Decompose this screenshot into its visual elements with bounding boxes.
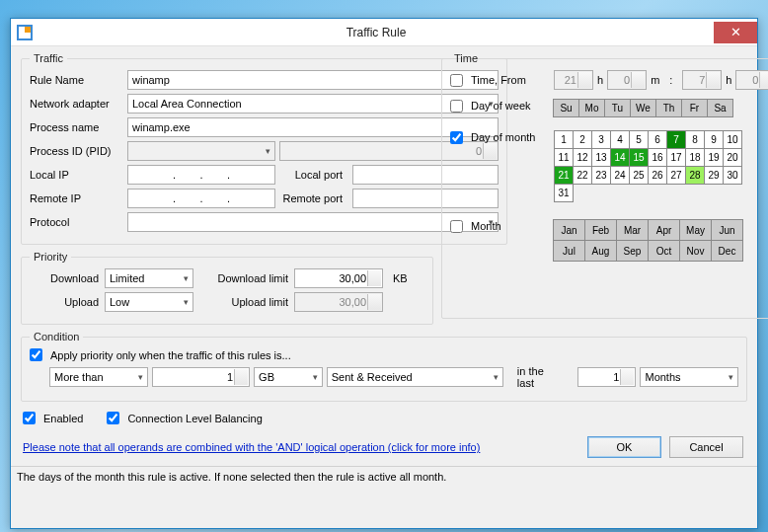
note-link[interactable]: Please note that all operands are combin… [21,435,482,459]
condition-legend: Condition [30,331,83,342]
dom-cell[interactable]: 1 [554,130,574,149]
from-h[interactable]: 21▲▼ [554,70,593,90]
month-cell[interactable]: Jan [553,219,585,241]
month-cell[interactable]: Jul [553,240,585,262]
dom-cell[interactable]: 30 [723,166,742,185]
dom-cell[interactable]: 26 [648,166,667,185]
dom-cell[interactable]: 19 [704,148,724,167]
dow-cell[interactable]: Fr [681,99,708,117]
cancel-button[interactable]: Cancel [669,436,743,458]
clb-check[interactable] [107,412,119,424]
cond-period-select[interactable]: Months [640,367,738,387]
dom-cell[interactable]: 15 [629,148,649,167]
dom-cell[interactable]: 2 [573,130,592,149]
month-cell[interactable]: Feb [584,219,617,241]
dom-cell[interactable]: 22 [573,166,592,185]
month-cell[interactable]: Jun [711,219,743,241]
dom-cell[interactable]: 6 [648,130,667,149]
local-ip-input[interactable] [127,165,275,185]
remote-ip-input[interactable] [127,189,275,208]
dow-cell[interactable]: Mo [578,99,605,117]
dow-cell[interactable]: We [630,99,656,117]
dom-cell[interactable]: 7 [666,130,686,149]
dl-select[interactable]: Limited [105,268,193,288]
dow-cell[interactable]: Sa [707,99,733,117]
dow-cell[interactable]: Su [553,99,579,117]
pid-combo[interactable] [127,141,275,161]
ul-select[interactable]: Low [105,292,193,312]
month-cell[interactable]: Sep [616,240,649,262]
dom-cell[interactable]: 16 [648,148,667,167]
dom-cell[interactable]: 21 [554,166,574,185]
month-grid: JanFebMarAprMayJunJulAugSepOctNovDec [554,220,750,262]
app-icon [11,25,38,40]
from-m[interactable]: 0▲▼ [607,70,647,90]
month-check[interactable] [450,220,463,233]
dom-cell[interactable]: 25 [629,166,649,185]
dom-cell[interactable]: 8 [685,130,705,149]
kb-label: KB [389,272,408,284]
dow-cell[interactable]: Tu [604,99,631,117]
dom-cell[interactable]: 14 [610,148,630,167]
month-label: Month [471,220,550,232]
adapter-label: Network adapter [30,98,123,110]
dom-cell[interactable]: 4 [610,130,630,149]
time-group: Time Time, From 21▲▼ h 0▲▼ m : 7▲▼ h 0▲▼… [441,52,768,319]
month-cell[interactable]: Mar [616,219,649,241]
to-m[interactable]: 0▲▼ [735,70,768,90]
in-last-label: in the last [507,365,574,389]
apply-label: Apply priority only when the traffic of … [50,349,291,361]
dom-cell[interactable]: 23 [591,166,611,185]
rule-name-label: Rule Name [30,74,123,86]
cond-op-select[interactable]: More than [49,367,148,387]
dom-grid: 1234567891011121314151617181920212223242… [555,131,753,202]
dow-check[interactable] [450,100,463,113]
cond-val-spin[interactable]: 1▲▼ [152,367,251,387]
month-cell[interactable]: Apr [648,219,680,241]
time-from-check[interactable] [450,74,463,87]
month-cell[interactable]: Dec [711,240,743,262]
ok-button[interactable]: OK [587,436,661,458]
dom-cell[interactable]: 5 [629,130,649,149]
dom-cell[interactable]: 13 [591,148,611,167]
process-label: Process name [30,121,123,133]
month-cell[interactable]: Nov [679,240,712,262]
apply-check[interactable] [30,348,42,361]
dom-cell[interactable]: 28 [685,166,705,185]
cond-dir-select[interactable]: Sent & Received [327,367,503,387]
dl-limit-spin[interactable]: 30,00▲▼ [294,268,383,288]
dow-cell[interactable]: Th [655,99,682,117]
local-port-label: Local port [279,169,348,181]
dom-cell[interactable]: 20 [723,148,742,167]
dom-cell[interactable]: 24 [610,166,630,185]
dom-cell[interactable]: 11 [554,148,574,167]
month-cell[interactable]: Oct [648,240,680,262]
time-legend: Time [450,52,482,64]
dialog-window: Traffic Rule ✕ Traffic Rule Name Network… [10,18,758,529]
enabled-check[interactable] [23,412,36,424]
ul-limit-spin[interactable]: 30,00▲▼ [294,292,383,312]
traffic-group: Traffic Rule Name Network adapter Local … [21,52,507,245]
cond-unit-select[interactable]: GB [254,367,323,387]
cond-n-spin[interactable]: 1▲▼ [577,367,637,387]
close-button[interactable]: ✕ [714,22,757,43]
to-h[interactable]: 7▲▼ [682,70,722,90]
dl-label: Download [30,272,99,284]
dom-cell[interactable]: 10 [723,130,742,149]
ul-limit-label: Upload limit [199,296,288,308]
dom-cell[interactable]: 29 [704,166,724,185]
dom-cell[interactable]: 18 [685,148,705,167]
month-cell[interactable]: May [679,219,712,241]
dow-grid: SuMoTuWeThFrSa [554,100,733,117]
dom-cell[interactable]: 31 [554,184,574,202]
dom-cell[interactable]: 17 [666,148,686,167]
dom-label: Day of month [471,131,550,143]
dom-cell[interactable]: 27 [666,166,686,185]
dom-check[interactable] [450,131,463,144]
month-cell[interactable]: Aug [584,240,617,262]
priority-legend: Priority [30,251,71,263]
remote-ip-label: Remote IP [30,192,123,204]
dom-cell[interactable]: 3 [591,130,611,149]
dom-cell[interactable]: 12 [573,148,592,167]
dom-cell[interactable]: 9 [704,130,724,149]
